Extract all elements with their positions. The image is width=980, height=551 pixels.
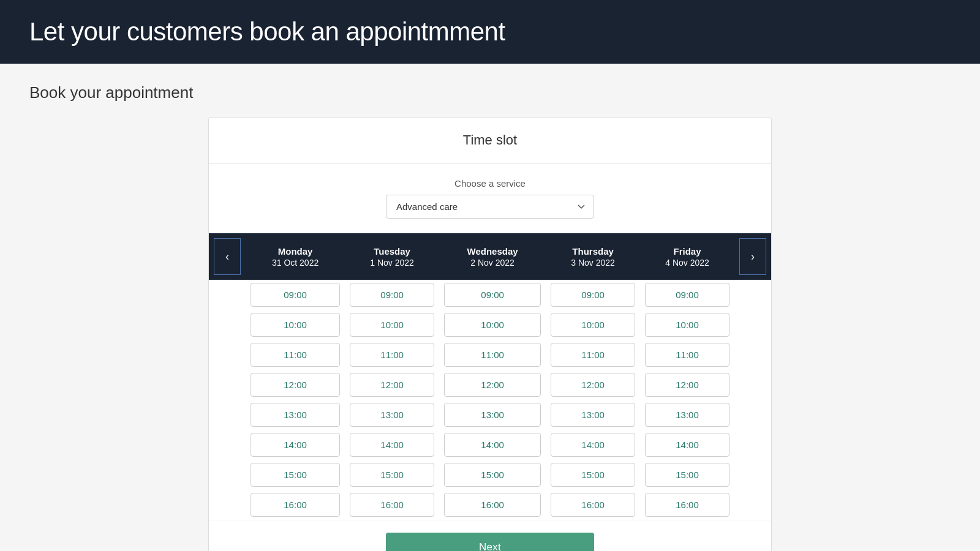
chevron-right-icon: ›	[751, 250, 755, 263]
chevron-left-icon: ‹	[225, 250, 229, 263]
timeslot-button-wednesday-1600[interactable]: 16:00	[444, 493, 541, 517]
day-name-thursday: Thursday	[551, 246, 635, 257]
timeslot-body: 09:0009:0009:0009:0009:0010:0010:0010:00…	[209, 280, 771, 520]
timeslot-cell: 14:00	[546, 430, 640, 460]
timeslot-button-tuesday-1400[interactable]: 14:00	[350, 433, 434, 457]
row-spacer-left	[209, 340, 246, 370]
timeslot-cell: 16:00	[246, 490, 345, 520]
timeslot-cell: 13:00	[546, 400, 640, 430]
timeslot-cell: 11:00	[640, 340, 734, 370]
timeslot-button-tuesday-1500[interactable]: 15:00	[350, 463, 434, 487]
timeslot-button-tuesday-0900[interactable]: 09:00	[350, 283, 434, 307]
timeslot-button-friday-1200[interactable]: 12:00	[645, 373, 729, 397]
card-footer: Next	[209, 520, 771, 551]
day-header-thursday: Thursday 3 Nov 2022	[546, 233, 640, 280]
timeslot-cell: 15:00	[439, 460, 546, 490]
service-section: Choose a service Advanced care Basic car…	[209, 163, 771, 233]
row-spacer-left	[209, 490, 246, 520]
timeslot-cell: 10:00	[345, 310, 439, 340]
timeslot-row: 09:0009:0009:0009:0009:00	[209, 280, 771, 310]
row-spacer-left	[209, 310, 246, 340]
timeslot-button-monday-1100[interactable]: 11:00	[251, 343, 340, 367]
timeslot-button-wednesday-1500[interactable]: 15:00	[444, 463, 541, 487]
timeslot-cell: 09:00	[439, 280, 546, 310]
timeslot-button-thursday-1500[interactable]: 15:00	[551, 463, 635, 487]
row-spacer-right	[734, 370, 771, 400]
timeslot-cell: 16:00	[439, 490, 546, 520]
timeslot-button-monday-1500[interactable]: 15:00	[251, 463, 340, 487]
timeslot-button-wednesday-1100[interactable]: 11:00	[444, 343, 541, 367]
prev-nav-cell[interactable]: ‹	[209, 233, 246, 280]
row-spacer-left	[209, 370, 246, 400]
timeslot-button-tuesday-1200[interactable]: 12:00	[350, 373, 434, 397]
timeslot-button-thursday-1100[interactable]: 11:00	[551, 343, 635, 367]
timeslot-button-friday-0900[interactable]: 09:00	[645, 283, 729, 307]
timeslot-button-thursday-1200[interactable]: 12:00	[551, 373, 635, 397]
timeslot-button-wednesday-1200[interactable]: 12:00	[444, 373, 541, 397]
timeslot-button-thursday-1400[interactable]: 14:00	[551, 433, 635, 457]
timeslot-cell: 13:00	[640, 400, 734, 430]
row-spacer-right	[734, 400, 771, 430]
timeslot-cell: 10:00	[546, 310, 640, 340]
timeslot-cell: 14:00	[439, 430, 546, 460]
timeslot-button-thursday-1600[interactable]: 16:00	[551, 493, 635, 517]
booking-title: Book your appointment	[29, 83, 951, 102]
row-spacer-left	[209, 400, 246, 430]
timeslot-button-friday-1400[interactable]: 14:00	[645, 433, 729, 457]
timeslot-cell: 15:00	[640, 460, 734, 490]
timeslot-button-friday-1600[interactable]: 16:00	[645, 493, 729, 517]
timeslot-button-monday-0900[interactable]: 09:00	[251, 283, 340, 307]
prev-week-button[interactable]: ‹	[214, 238, 241, 275]
timeslot-button-wednesday-0900[interactable]: 09:00	[444, 283, 541, 307]
day-name-friday: Friday	[645, 246, 729, 257]
next-button[interactable]: Next	[386, 533, 594, 551]
timeslot-cell: 13:00	[345, 400, 439, 430]
day-header-tuesday: Tuesday 1 Nov 2022	[345, 233, 439, 280]
timeslot-cell: 16:00	[640, 490, 734, 520]
card-header: Time slot	[209, 118, 771, 163]
timeslot-button-thursday-0900[interactable]: 09:00	[551, 283, 635, 307]
timeslot-button-friday-1300[interactable]: 13:00	[645, 403, 729, 427]
timeslot-cell: 12:00	[546, 370, 640, 400]
calendar-table: ‹ Monday 31 Oct 2022 Tuesday 1 Nov 2022 …	[209, 233, 771, 520]
timeslot-button-wednesday-1300[interactable]: 13:00	[444, 403, 541, 427]
timeslot-cell: 12:00	[246, 370, 345, 400]
timeslot-button-monday-1400[interactable]: 14:00	[251, 433, 340, 457]
row-spacer-right	[734, 280, 771, 310]
timeslot-button-wednesday-1400[interactable]: 14:00	[444, 433, 541, 457]
next-nav-cell[interactable]: ›	[734, 233, 771, 280]
timeslot-cell: 11:00	[246, 340, 345, 370]
timeslot-button-friday-1100[interactable]: 11:00	[645, 343, 729, 367]
day-name-tuesday: Tuesday	[350, 246, 434, 257]
day-date-friday: 4 Nov 2022	[645, 258, 729, 268]
timeslot-button-thursday-1000[interactable]: 10:00	[551, 313, 635, 337]
timeslot-cell: 10:00	[640, 310, 734, 340]
timeslot-button-friday-1500[interactable]: 15:00	[645, 463, 729, 487]
timeslot-button-wednesday-1000[interactable]: 10:00	[444, 313, 541, 337]
next-week-button[interactable]: ›	[739, 238, 766, 275]
timeslot-button-monday-1000[interactable]: 10:00	[251, 313, 340, 337]
timeslot-button-monday-1300[interactable]: 13:00	[251, 403, 340, 427]
timeslot-cell: 10:00	[439, 310, 546, 340]
timeslot-row: 12:0012:0012:0012:0012:00	[209, 370, 771, 400]
timeslot-button-friday-1000[interactable]: 10:00	[645, 313, 729, 337]
timeslot-button-tuesday-1600[interactable]: 16:00	[350, 493, 434, 517]
timeslot-cell: 16:00	[546, 490, 640, 520]
row-spacer-left	[209, 430, 246, 460]
booking-card: Time slot Choose a service Advanced care…	[208, 117, 772, 551]
timeslot-button-thursday-1300[interactable]: 13:00	[551, 403, 635, 427]
timeslot-button-monday-1200[interactable]: 12:00	[251, 373, 340, 397]
timeslot-button-tuesday-1300[interactable]: 13:00	[350, 403, 434, 427]
timeslot-cell: 12:00	[640, 370, 734, 400]
timeslot-button-monday-1600[interactable]: 16:00	[251, 493, 340, 517]
row-spacer-left	[209, 280, 246, 310]
service-label: Choose a service	[224, 178, 756, 189]
row-spacer-right	[734, 430, 771, 460]
timeslot-cell: 09:00	[546, 280, 640, 310]
day-date-tuesday: 1 Nov 2022	[350, 258, 434, 268]
service-select[interactable]: Advanced care Basic care Premium care	[386, 195, 594, 219]
timeslot-cell: 14:00	[345, 430, 439, 460]
timeslot-button-tuesday-1000[interactable]: 10:00	[350, 313, 434, 337]
timeslot-row: 14:0014:0014:0014:0014:00	[209, 430, 771, 460]
timeslot-button-tuesday-1100[interactable]: 11:00	[350, 343, 434, 367]
